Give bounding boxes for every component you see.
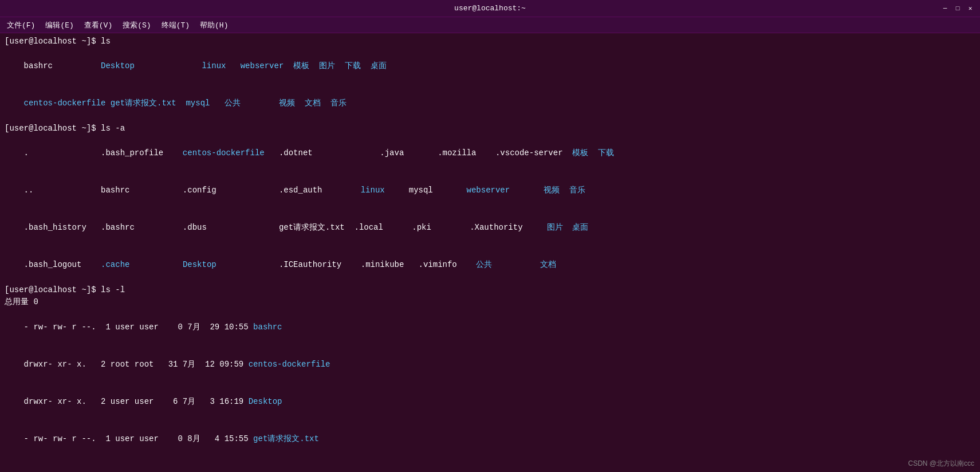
terminal-body[interactable]: [user@localhost ~]$ ls bashrc Desktop li… bbox=[0, 33, 980, 472]
line-centos: drwxr- xr- x. 2 root root 31 7月 12 09:59… bbox=[5, 346, 975, 383]
line-bashrc: - rw- rw- r --. 1 user user 0 7月 29 10:5… bbox=[5, 309, 975, 346]
line-ls-prompt: [user@localhost ~]$ ls bbox=[5, 36, 975, 48]
line-ls-l-prompt: [user@localhost ~]$ ls -l bbox=[5, 284, 975, 297]
line-desktop: drwxr- xr- x. 2 user user 6 7月 3 16:19 D… bbox=[5, 383, 975, 420]
window-title: user@localhost:~ bbox=[454, 4, 526, 13]
menu-file[interactable]: 文件(F) bbox=[2, 19, 40, 32]
line-ls-a-row2: .. bashrc .config .esd_auth linux mysql … bbox=[5, 172, 975, 210]
menu-view[interactable]: 查看(V) bbox=[80, 19, 117, 32]
watermark: CSDN @北方以南ccc bbox=[908, 459, 974, 469]
line-ls-row2: centos-dockerfile get请求报文.txt mysql 公共 视… bbox=[5, 85, 975, 123]
menu-terminal[interactable]: 终端(T) bbox=[157, 19, 194, 32]
title-bar: user@localhost:~ ─ □ ✕ bbox=[0, 0, 980, 17]
line-ls-row1: bashrc Desktop linux webserver 模板 图片 下载 … bbox=[5, 48, 975, 85]
line-get: - rw- rw- r --. 1 user user 0 8月 4 15:55… bbox=[5, 420, 975, 458]
close-button[interactable]: ✕ bbox=[965, 3, 975, 14]
line-ls-a-prompt: [user@localhost ~]$ ls -a bbox=[5, 123, 975, 135]
menu-edit[interactable]: 编辑(E) bbox=[41, 19, 78, 32]
line-ls-a-row1: . .bash_profile centos-dockerfile .dotne… bbox=[5, 135, 975, 172]
line-total: 总用量 0 bbox=[5, 296, 975, 309]
menu-help[interactable]: 帮助(H) bbox=[195, 19, 233, 32]
line-ls-a-row3: .bash_history .bashrc .dbus get请求报文.txt … bbox=[5, 210, 975, 247]
menu-search[interactable]: 搜索(S) bbox=[118, 19, 155, 32]
menu-bar: 文件(F) 编辑(E) 查看(V) 搜索(S) 终端(T) 帮助(H) bbox=[0, 17, 980, 33]
minimize-button[interactable]: ─ bbox=[940, 3, 950, 14]
maximize-button[interactable]: □ bbox=[953, 3, 963, 14]
line-linux: drwxrwxr- x. 15 user user 215 8月 2 22:59… bbox=[5, 458, 975, 472]
line-ls-a-row4: .bash_logout .cache Desktop .ICEauthorit… bbox=[5, 247, 975, 284]
